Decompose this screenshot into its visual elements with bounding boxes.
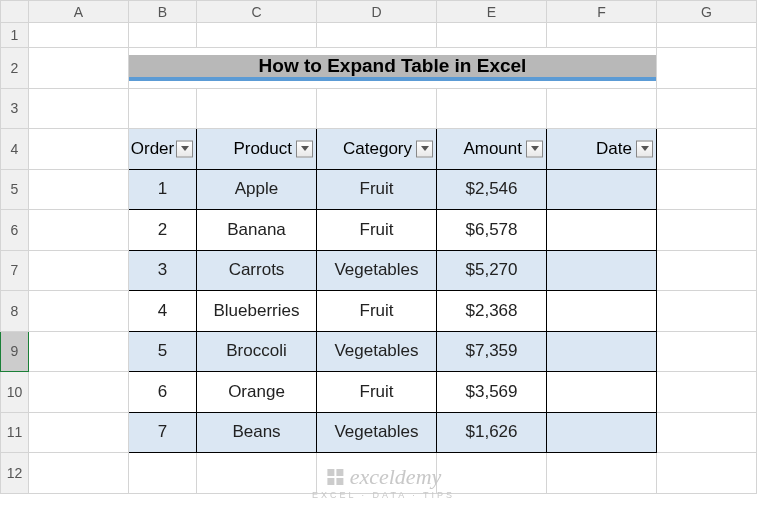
table-cell[interactable]: $3,569 [437, 372, 547, 413]
col-header[interactable]: F [547, 1, 657, 23]
table-cell[interactable] [547, 372, 657, 413]
table-cell[interactable] [547, 412, 657, 453]
table-cell[interactable] [547, 169, 657, 210]
table-cell[interactable] [547, 250, 657, 291]
table-cell[interactable]: $5,270 [437, 250, 547, 291]
col-header[interactable]: C [197, 1, 317, 23]
row-header[interactable]: 6 [1, 210, 29, 251]
table-header-date[interactable]: Date [547, 129, 657, 170]
table-cell[interactable]: Fruit [317, 372, 437, 413]
spreadsheet-grid[interactable]: A B C D E F G 1 2 How to Expand Table in… [0, 0, 757, 494]
table-cell[interactable]: Vegetables [317, 331, 437, 372]
row-header[interactable]: 1 [1, 23, 29, 48]
table-cell[interactable] [547, 331, 657, 372]
table-cell[interactable]: $6,578 [437, 210, 547, 251]
table-cell[interactable]: Fruit [317, 291, 437, 332]
table-cell[interactable]: Vegetables [317, 250, 437, 291]
table-cell[interactable]: Banana [197, 210, 317, 251]
row-header-selected[interactable]: 9 [1, 331, 29, 372]
filter-button[interactable] [636, 140, 653, 157]
table-cell[interactable]: $2,546 [437, 169, 547, 210]
table-cell[interactable]: Blueberries [197, 291, 317, 332]
table-cell[interactable]: Orange [197, 372, 317, 413]
table-header-product[interactable]: Product [197, 129, 317, 170]
filter-button[interactable] [416, 140, 433, 157]
table-cell[interactable]: $7,359 [437, 331, 547, 372]
select-all-corner[interactable] [1, 1, 29, 23]
table-header-order[interactable]: Order [129, 129, 197, 170]
table-cell[interactable]: Apple [197, 169, 317, 210]
table-cell[interactable]: 6 [129, 372, 197, 413]
table-cell[interactable]: 3 [129, 250, 197, 291]
col-header[interactable]: A [29, 1, 129, 23]
table-cell[interactable]: $2,368 [437, 291, 547, 332]
row-header[interactable]: 3 [1, 88, 29, 129]
table-cell[interactable] [547, 210, 657, 251]
col-header[interactable]: G [657, 1, 757, 23]
table-cell[interactable]: Vegetables [317, 412, 437, 453]
table-cell[interactable]: Carrots [197, 250, 317, 291]
filter-button[interactable] [296, 140, 313, 157]
page-title: How to Expand Table in Excel [129, 55, 656, 81]
col-header[interactable]: D [317, 1, 437, 23]
table-header-category[interactable]: Category [317, 129, 437, 170]
filter-button[interactable] [176, 140, 193, 157]
table-cell[interactable]: Fruit [317, 210, 437, 251]
table-cell[interactable] [547, 291, 657, 332]
row-header[interactable]: 12 [1, 453, 29, 494]
table-cell[interactable]: Broccoli [197, 331, 317, 372]
table-cell[interactable]: 7 [129, 412, 197, 453]
row-header[interactable]: 2 [1, 48, 29, 89]
table-header-amount[interactable]: Amount [437, 129, 547, 170]
row-header[interactable]: 11 [1, 412, 29, 453]
col-header[interactable]: B [129, 1, 197, 23]
row-header[interactable]: 8 [1, 291, 29, 332]
row-header[interactable]: 7 [1, 250, 29, 291]
table-cell[interactable]: 4 [129, 291, 197, 332]
table-cell[interactable]: Fruit [317, 169, 437, 210]
table-cell[interactable]: $1,626 [437, 412, 547, 453]
table-cell[interactable]: 1 [129, 169, 197, 210]
row-header[interactable]: 4 [1, 129, 29, 170]
col-header[interactable]: E [437, 1, 547, 23]
filter-button[interactable] [526, 140, 543, 157]
table-cell[interactable]: 5 [129, 331, 197, 372]
table-cell[interactable]: Beans [197, 412, 317, 453]
row-header[interactable]: 5 [1, 169, 29, 210]
table-cell[interactable]: 2 [129, 210, 197, 251]
row-header[interactable]: 10 [1, 372, 29, 413]
